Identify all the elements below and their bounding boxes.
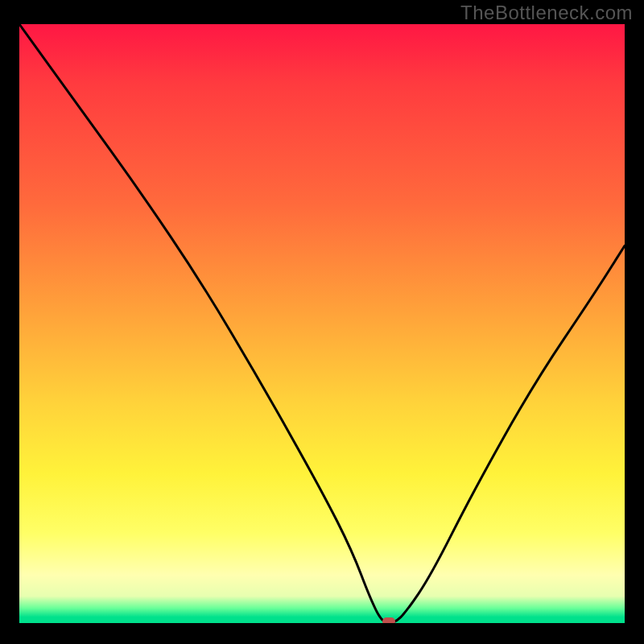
curve-path (19, 24, 625, 623)
plot-area (19, 24, 625, 623)
watermark-text: TheBottleneck.com (460, 2, 633, 24)
optimal-marker (382, 617, 395, 623)
chart-stage: TheBottleneck.com (0, 0, 644, 644)
bottleneck-curve (19, 24, 625, 623)
